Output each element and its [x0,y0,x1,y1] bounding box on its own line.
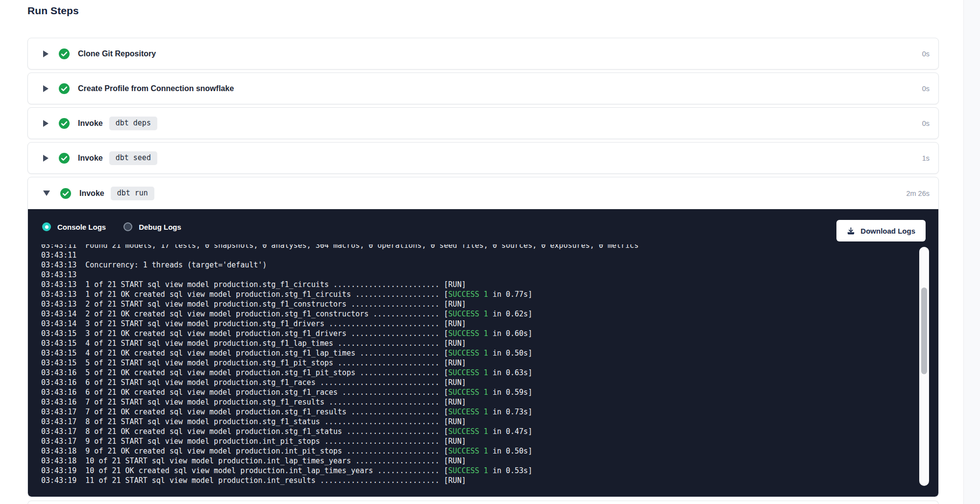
log-line: 03:43:15 3 of 21 OK created sql view mod… [41,329,638,338]
check-circle-icon [59,83,70,94]
log-message: 9 of 21 START sql view model production.… [76,437,444,446]
log-message: 6 of 21 OK created sql view model produc… [76,388,444,397]
run-step-row[interactable]: Clone Git Repository 0s [28,38,938,69]
log-message: 2 of 21 START sql view model production.… [76,300,444,309]
log-status-run: [RUN] [444,476,466,485]
log-timestamp: 03:43:13 [41,270,76,279]
page-right-gutter [963,0,980,504]
log-status-bracket: [ [444,310,448,318]
log-status-run: [RUN] [444,319,466,328]
step-label: Invoke [79,189,104,198]
log-timestamp: 03:43:18 [41,447,76,456]
log-line: 03:43:16 6 of 21 START sql view model pr… [41,378,638,387]
log-status-success: SUCCESS 1 [448,349,488,358]
log-timestamp: 03:43:15 [41,329,76,338]
scrollbar-thumb[interactable] [921,288,927,374]
log-message: 10 of 21 START sql view model production… [76,456,444,465]
log-line: 03:43:13 1 of 21 START sql view model pr… [41,280,638,289]
log-timestamp: 03:43:13 [41,280,76,289]
check-circle-icon [59,153,70,164]
log-status-time: in 0.73s] [488,408,532,416]
log-status-bracket: [ [444,427,448,436]
log-line: 03:43:17 9 of 21 START sql view model pr… [41,436,638,446]
log-timestamp: 03:43:18 [41,456,76,465]
radio-unselected-icon[interactable] [123,222,132,231]
log-line: 03:43:17 8 of 21 START sql view model pr… [41,417,638,427]
radio-debug-logs-label: Debug Logs [139,223,181,231]
run-step-row[interactable]: Invoke dbt run 2m 26s [28,177,938,209]
radio-selected-icon[interactable] [42,222,51,231]
step-command-pill: dbt run [111,187,154,200]
log-status-run: [RUN] [444,456,466,465]
log-message: 6 of 21 START sql view model production.… [76,378,444,387]
log-message: 5 of 21 OK created sql view model produc… [76,368,444,377]
log-message: 5 of 21 START sql view model production.… [76,359,444,367]
chevron-right-icon[interactable] [43,155,49,162]
log-timestamp: 03:43:16 [41,388,76,397]
download-logs-label: Download Logs [860,227,915,235]
radio-console-logs[interactable]: Console Logs [42,222,106,231]
log-line: 03:43:15 4 of 21 OK created sql view mod… [41,348,638,358]
run-step-row[interactable]: Create Profile from Connection snowflake… [28,73,938,104]
log-message: 4 of 21 OK created sql view model produc… [76,349,444,358]
check-circle-icon [60,188,71,199]
log-timestamp: 03:43:13 [41,300,76,309]
log-timestamp: 03:43:16 [41,398,76,407]
log-status-success: SUCCESS 1 [448,408,488,416]
log-message: 7 of 21 START sql view model production.… [76,398,444,407]
log-status-bracket: [ [444,290,448,299]
log-line: 03:43:14 2 of 21 OK created sql view mod… [41,309,638,319]
log-line: 03:43:18 10 of 21 START sql view model p… [41,456,638,466]
radio-debug-logs[interactable]: Debug Logs [123,222,181,231]
log-line: 03:43:19 11 of 21 START sql view model p… [41,476,638,485]
log-timestamp: 03:43:17 [41,417,76,426]
log-status-success: SUCCESS 1 [448,368,488,377]
log-type-radio-group: Console Logs Debug Logs [42,209,181,244]
log-status-success: SUCCESS 1 [448,310,488,318]
run-step-card: Clone Git Repository 0s [27,38,939,70]
log-timestamp: 03:43:17 [41,437,76,446]
log-timestamp: 03:43:14 [41,319,76,328]
log-timestamp: 03:43:16 [41,378,76,387]
log-message: Concurrency: 1 threads (target='default'… [76,261,267,269]
log-timestamp: 03:43:13 [41,261,76,269]
log-line: 03:43:16 7 of 21 START sql view model pr… [41,397,638,407]
log-status-success: SUCCESS 1 [448,447,488,456]
log-message: 3 of 21 OK created sql view model produc… [76,329,444,338]
check-circle-icon [59,118,70,129]
run-steps-list: Clone Git Repository 0s Create Profile f… [27,38,939,497]
log-message: 9 of 21 OK created sql view model produc… [76,447,444,456]
chevron-right-icon[interactable] [43,120,49,127]
log-message: 3 of 21 START sql view model production.… [76,319,444,328]
log-timestamp: 03:43:19 [41,476,76,485]
log-line: 03:43:11 Found 21 models, 17 tests, 0 sn… [41,244,638,250]
console-scrollbar[interactable] [919,247,929,486]
log-message: 2 of 21 OK created sql view model produc… [76,310,444,318]
log-message: 7 of 21 OK created sql view model produc… [76,408,444,416]
log-timestamp: 03:43:14 [41,310,76,318]
log-timestamp: 03:43:11 [41,251,76,260]
chevron-right-icon[interactable] [43,50,49,57]
log-line: 03:43:13 [41,270,638,280]
log-message: 8 of 21 OK created sql view model produc… [76,427,444,436]
step-duration: 0s [922,85,930,93]
log-timestamp: 03:43:11 [41,244,76,250]
log-status-run: [RUN] [444,398,466,407]
log-status-bracket: [ [444,368,448,377]
log-viewport[interactable]: 03:43:11 Found 21 models, 17 tests, 0 sn… [28,244,938,497]
step-label: Clone Git Repository [78,49,156,58]
run-step-row[interactable]: Invoke dbt deps 0s [28,108,938,139]
log-line: 03:43:13 1 of 21 OK created sql view mod… [41,289,638,299]
download-logs-button[interactable]: Download Logs [836,220,926,241]
chevron-down-icon[interactable] [43,191,50,196]
chevron-right-icon[interactable] [43,85,49,92]
log-message: 10 of 21 OK created sql view model produ… [76,466,444,475]
log-line: 03:43:14 3 of 21 START sql view model pr… [41,319,638,329]
run-step-row[interactable]: Invoke dbt seed 1s [28,143,938,173]
log-timestamp: 03:43:17 [41,408,76,416]
log-line: 03:43:17 8 of 21 OK created sql view mod… [41,427,638,436]
log-status-run: [RUN] [444,378,466,387]
log-status-success: SUCCESS 1 [448,466,488,475]
log-status-success: SUCCESS 1 [448,290,488,299]
log-status-bracket: [ [444,349,448,358]
